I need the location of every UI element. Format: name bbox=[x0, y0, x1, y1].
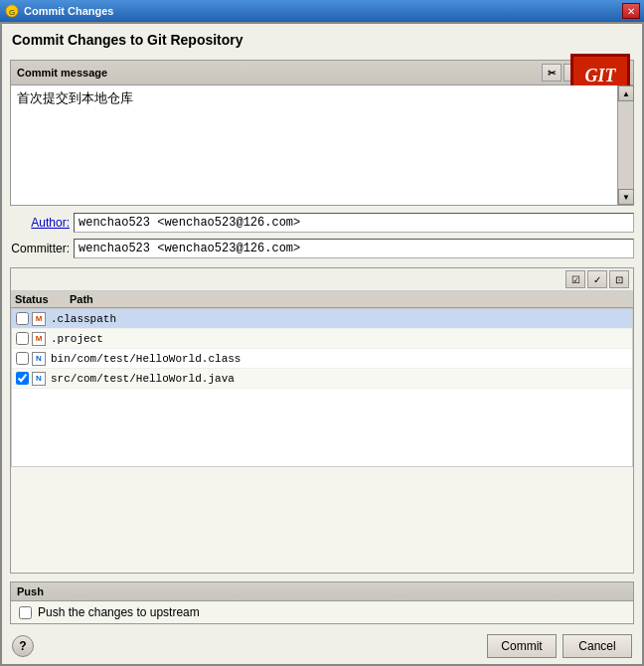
table-row[interactable]: M .classpath bbox=[12, 309, 632, 329]
col-path-header: Path bbox=[70, 293, 629, 305]
file-icon-1: M bbox=[31, 311, 47, 327]
modified-icon: M bbox=[32, 332, 46, 346]
commit-button[interactable]: Commit bbox=[487, 634, 557, 658]
bottom-bar: ? Commit Cancel bbox=[2, 628, 642, 664]
author-input[interactable] bbox=[74, 213, 634, 233]
checkmark-icon: ✓ bbox=[593, 274, 601, 285]
push-content: Push the changes to upstream bbox=[11, 601, 633, 623]
push-section-title: Push bbox=[11, 583, 633, 601]
page-title: Commit Changes to Git Repository bbox=[12, 32, 243, 48]
push-section: Push Push the changes to upstream bbox=[10, 582, 634, 624]
scroll-down-btn[interactable]: ▼ bbox=[618, 189, 634, 205]
close-button[interactable]: ✕ bbox=[622, 3, 640, 19]
table-row[interactable]: N bin/com/test/HelloWorld.class bbox=[12, 349, 632, 369]
files-expand-btn[interactable]: ⊡ bbox=[609, 270, 629, 288]
committer-label: Committer: bbox=[10, 242, 70, 255]
file-icon-3: N bbox=[31, 351, 47, 367]
files-check-all-btn[interactable]: ☑ bbox=[565, 270, 585, 288]
new-icon: N bbox=[32, 372, 46, 386]
main-window: Commit Changes to Git Repository GIT Com… bbox=[0, 22, 644, 666]
file-checkbox-4[interactable] bbox=[16, 372, 29, 385]
files-section: ☑ ✓ ⊡ Status Path M .classpath bbox=[10, 267, 634, 574]
expand-icon: ⊡ bbox=[615, 274, 623, 285]
files-toolbar: ☑ ✓ ⊡ bbox=[11, 268, 633, 291]
scroll-track bbox=[618, 101, 633, 189]
file-path-4: src/com/test/HelloWorld.java bbox=[51, 373, 235, 385]
file-icon-4: N bbox=[31, 371, 47, 387]
committer-row: Committer: bbox=[2, 236, 642, 261]
file-icon-2: M bbox=[31, 331, 47, 347]
file-path-2: .project bbox=[51, 333, 103, 345]
push-label: Push the changes to upstream bbox=[38, 605, 200, 619]
question-icon: ? bbox=[19, 639, 26, 653]
table-row[interactable]: M .project bbox=[12, 329, 632, 349]
commit-message-input[interactable] bbox=[11, 85, 617, 205]
files-list: M .classpath M .project N bin/com/test/H… bbox=[11, 308, 633, 467]
file-checkbox-3[interactable] bbox=[16, 352, 29, 365]
author-label[interactable]: Author: bbox=[10, 216, 70, 230]
table-row[interactable]: N src/com/test/HelloWorld.java bbox=[12, 369, 632, 389]
help-button[interactable]: ? bbox=[12, 635, 34, 657]
cancel-button[interactable]: Cancel bbox=[563, 634, 632, 658]
files-table-header: Status Path bbox=[11, 291, 633, 308]
file-checkbox-1[interactable] bbox=[16, 312, 29, 325]
col-status-header: Status bbox=[15, 293, 70, 305]
check-all-icon: ☑ bbox=[571, 274, 580, 285]
scroll-up-btn[interactable]: ▲ bbox=[618, 85, 634, 101]
commit-message-section: Commit message ✂ ≡ ⊞ ▼ ▲ bbox=[10, 60, 634, 206]
author-row: Author: bbox=[2, 210, 642, 236]
commit-message-scrollbar[interactable]: ▲ ▼ bbox=[617, 85, 633, 205]
titlebar: G Commit Changes ✕ bbox=[0, 0, 644, 22]
push-checkbox[interactable] bbox=[19, 606, 32, 619]
bottom-buttons: Commit Cancel bbox=[487, 634, 632, 658]
commit-message-area: ▲ ▼ bbox=[11, 85, 633, 205]
files-checkmark-btn[interactable]: ✓ bbox=[587, 270, 607, 288]
toolbar-cut-btn[interactable]: ✂ bbox=[542, 64, 562, 82]
file-checkbox-2[interactable] bbox=[16, 332, 29, 345]
cut-icon: ✂ bbox=[548, 68, 556, 79]
section-title-label: Commit message bbox=[17, 67, 107, 79]
file-path-3: bin/com/test/HelloWorld.class bbox=[51, 353, 241, 365]
new-icon: N bbox=[32, 352, 46, 366]
file-path-1: .classpath bbox=[51, 313, 116, 325]
window-title: Commit Changes bbox=[24, 5, 618, 17]
modified-icon: M bbox=[32, 312, 46, 326]
window-header: Commit Changes to Git Repository GIT bbox=[2, 24, 642, 56]
commit-message-section-title: Commit message ✂ ≡ ⊞ ▼ bbox=[11, 61, 633, 85]
app-icon: G bbox=[4, 3, 20, 19]
committer-input[interactable] bbox=[74, 239, 634, 258]
svg-text:G: G bbox=[9, 8, 15, 17]
